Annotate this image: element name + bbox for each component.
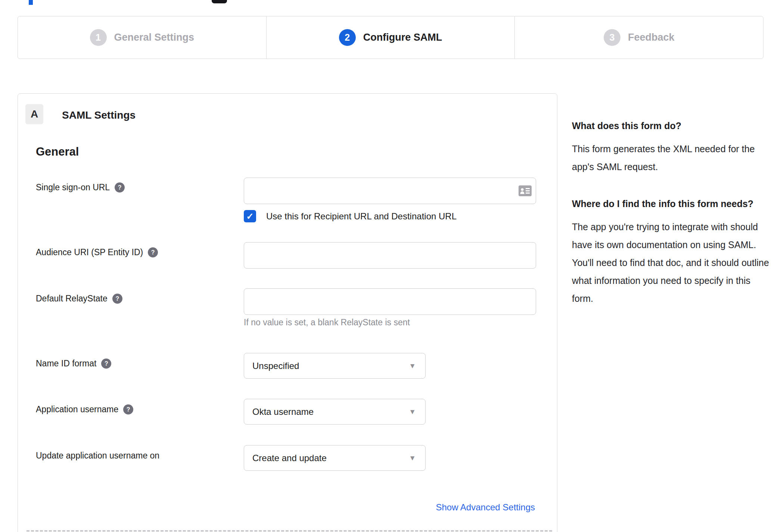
help-icon[interactable]: ? [123,404,133,414]
selected-value: Create and update [252,453,327,463]
help-sidebar: What does this form do? This form genera… [572,119,770,307]
audience-uri-input[interactable] [244,242,536,269]
label-text: Application username [36,404,118,414]
default-relaystate-input[interactable] [244,288,536,315]
label-text: Single sign-on URL [36,182,110,193]
help-icon[interactable]: ? [148,247,158,257]
step-label: Configure SAML [363,32,442,43]
help-body: The app you're trying to integrate with … [572,218,770,307]
label-text: Default RelayState [36,294,108,304]
help-icon[interactable]: ? [115,182,125,193]
help-icon[interactable]: ? [101,359,111,369]
recipient-url-checkbox[interactable]: ✓ [244,210,256,222]
update-app-username-label: Update application username on [36,451,159,461]
check-icon: ✓ [246,212,253,221]
show-advanced-settings-link[interactable]: Show Advanced Settings [436,502,535,513]
default-relaystate-label: Default RelayState ? [36,294,122,304]
chevron-down-icon: ▼ [409,362,416,370]
help-heading: What does this form do? [572,119,770,133]
selected-value: Unspecified [252,361,299,371]
help-section-find-info: Where do I find the info this form needs… [572,197,770,307]
contact-card-icon [519,185,532,196]
cutoff-title-fragment [212,0,227,3]
wizard-stepper: 1 General Settings 2 Configure SAML 3 Fe… [18,16,763,59]
recipient-url-checkbox-label: Use this for Recipient URL and Destinati… [266,211,457,222]
step-general-settings[interactable]: 1 General Settings [18,16,266,59]
step-feedback[interactable]: 3 Feedback [514,16,763,59]
selected-value: Okta username [252,407,314,417]
label-text: Name ID format [36,359,96,369]
application-username-select[interactable]: Okta username ▼ [244,399,426,425]
chevron-down-icon: ▼ [409,454,416,462]
recipient-url-checkbox-row: ✓ Use this for Recipient URL and Destina… [244,210,457,222]
chevron-down-icon: ▼ [409,408,416,416]
cutoff-blue-accent [29,0,33,5]
help-heading: Where do I find the info this form needs… [572,197,770,211]
step-label: Feedback [628,32,675,43]
help-icon[interactable]: ? [112,294,122,304]
label-text: Audience URI (SP Entity ID) [36,247,143,257]
sso-url-label: Single sign-on URL ? [36,182,125,193]
application-username-label: Application username ? [36,404,133,414]
saml-settings-panel: A SAML Settings General Single sign-on U… [18,93,557,532]
saml-setup-wizard: 1 General Settings 2 Configure SAML 3 Fe… [0,0,781,532]
update-app-username-select[interactable]: Create and update ▼ [244,445,426,471]
help-section-form-purpose: What does this form do? This form genera… [572,119,770,176]
name-id-format-label: Name ID format ? [36,359,111,369]
sso-url-input[interactable] [244,178,536,204]
relaystate-helper-text: If no value is set, a blank RelayState i… [244,317,410,328]
step-configure-saml[interactable]: 2 Configure SAML [266,16,515,59]
name-id-format-select[interactable]: Unspecified ▼ [244,353,426,379]
label-text: Update application username on [36,451,159,461]
help-body: This form generates the XML needed for t… [572,140,770,176]
step-number-badge: 3 [604,29,620,46]
audience-uri-label: Audience URI (SP Entity ID) ? [36,247,158,257]
section-title: SAML Settings [62,109,136,121]
section-dashed-divider [27,530,552,532]
step-number-badge: 1 [90,29,107,46]
section-a-badge: A [25,104,43,124]
general-group-heading: General [36,145,79,159]
step-number-badge: 2 [339,29,356,46]
step-label: General Settings [114,32,195,43]
